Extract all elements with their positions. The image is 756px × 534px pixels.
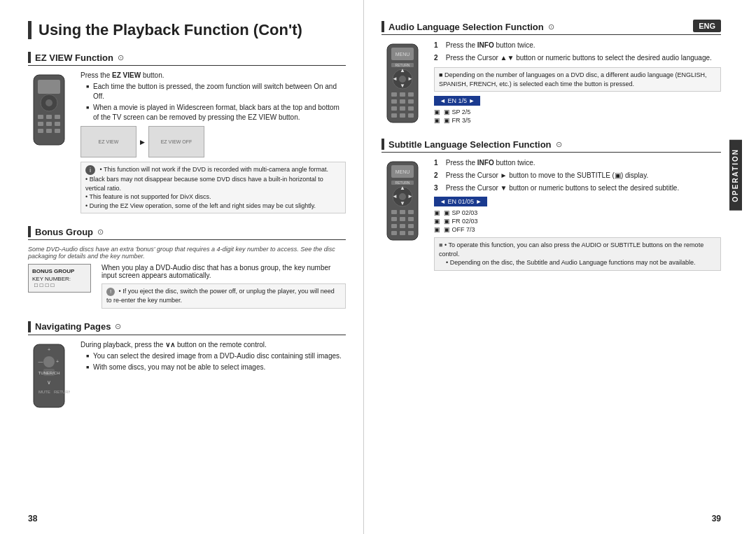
audio-lang-icon2: ▣ [434,117,440,124]
right-page: ENG Audio Language Selection Function ⊙ … [364,0,742,534]
svg-text:►: ► [407,193,413,199]
svg-rect-12 [55,129,60,133]
sub-lang-text2: ▣ FR 02/03 [444,218,478,225]
svg-rect-57 [391,210,397,214]
svg-text:+: + [48,347,50,352]
svg-text:►: ► [407,76,413,82]
svg-rect-39 [408,99,414,104]
audio-header: Audio Language Selection Function ⊙ [382,21,721,35]
svg-text:RETURN: RETURN [54,390,70,394]
nav-step1: During playback, press the ∨∧ button on … [80,341,346,349]
svg-rect-7 [38,122,43,126]
bonus-text-area: When you play a DVD-Audio disc that has … [102,264,346,308]
header-bar [28,52,31,63]
subtitle-steps: 1 Press the INFO button twice. 2 Press t… [434,158,721,193]
header-bar-2 [28,226,31,237]
svg-rect-1 [38,80,60,94]
svg-text:▲: ▲ [400,185,405,191]
ez-view-img-2: EZ VIEW OFF [148,126,204,157]
nav-bullet-2: With some discs, you may not be able to … [86,363,346,372]
ez-view-content: Press the EZ VIEW button. Each time the … [28,71,346,213]
nav-icon: ⊙ [115,322,121,331]
svg-rect-5 [46,115,52,119]
bonus-input-boxes: □□□□ [34,282,56,288]
subtitle-steps-area: 1 Press the INFO button twice. 2 Press t… [434,158,721,271]
arrow-icon: ▶ [140,126,145,157]
svg-rect-58 [400,210,405,214]
svg-text:∨: ∨ [47,379,51,386]
navigating-title: Navigating Pages [35,321,111,332]
bonus-warning-text: • If you eject the disc, switch the powe… [106,288,335,304]
bonus-warning: ! • If you eject the disc, switch the po… [102,283,346,308]
audio-step-2: 2 Press the Cursor ▲▼ button or numeric … [434,53,721,63]
svg-text:MENU: MENU [396,169,410,174]
svg-rect-34 [391,92,397,97]
bonus-group-box: BONUS GROUP KEY NUMBER: □□□□ [28,264,91,293]
left-page: Using the Playback Function (Con't) EZ V… [0,0,364,534]
svg-rect-68 [408,231,414,235]
ez-view-icon: ⊙ [118,53,124,62]
svg-point-56 [399,193,406,200]
subtitle-language-section: Subtitle Language Selection Function ⊙ M… [382,139,721,271]
nav-bullets: You can select the desired image from a … [80,351,346,372]
svg-text:▼: ▼ [400,83,405,89]
ez-view-bullets: Each time the button is pressed, the zoo… [80,82,346,122]
note-icon: i [85,165,95,175]
ez-view-bullet-1: Each time the button is pressed, the zoo… [86,82,346,101]
svg-rect-64 [400,224,405,228]
header-bar-4 [382,21,384,32]
remote-svg [28,71,70,148]
svg-text:MUTE: MUTE [38,390,50,394]
subtitle-step-1: 1 Press the INFO button twice. [434,158,721,168]
ez-view-img-1: EZ VIEW [80,126,136,157]
svg-rect-65 [408,224,414,228]
ez-view-note-text: • This function will not work if the DVD… [85,166,328,209]
subtitle-lang-display: ◄ EN 01/05 ► ▣ ▣ SP 02/03 ▣ ▣ FR 02/03 ▣… [434,197,721,233]
audio-note: ■ Depending on the number of languages o… [434,67,721,92]
svg-text:▼: ▼ [400,200,405,206]
svg-rect-45 [408,113,414,118]
audio-title: Audio Language Selection Function [388,22,544,32]
svg-text:+: + [56,359,59,364]
bonus-group-section: Bonus Group ⊙ Some DVD-Audio discs have … [28,226,346,308]
audio-remote-svg: MENU RETURN ▲ ▼ ◄ ► [382,41,424,125]
bonus-input-display: BONUS GROUP KEY NUMBER: □□□□ [28,264,94,308]
svg-rect-42 [408,106,414,111]
svg-text:◄: ◄ [392,76,398,82]
subtitle-step-3: 3 Press the Cursor ▼ button or numeric b… [434,183,721,193]
bonus-group-title: Bonus Group [35,227,93,237]
svg-rect-8 [46,122,52,126]
audio-step-1: 1 Press the INFO button twice. [434,41,721,50]
svg-text:—: — [38,359,43,364]
ez-view-section: EZ VIEW Function ⊙ [28,52,346,213]
sub-note-icon: ■ [439,241,442,248]
audio-lang-row1: ▣ ▣ SP 2/5 [434,108,721,115]
sub-note-line2: • Depending on the disc, the Subtitle an… [446,259,695,266]
svg-rect-66 [391,231,397,235]
audio-steps-area: 1 Press the INFO button twice. 2 Press t… [434,41,721,126]
navigating-content: + — + TUNER/CH ∨ MUTE RETURN During play… [28,341,346,412]
svg-rect-4 [38,115,43,119]
svg-rect-63 [391,224,397,228]
ez-view-note: i • This function will not work if the D… [80,162,346,213]
subtitle-lang-highlighted: ◄ EN 01/05 ► [434,197,487,206]
svg-point-14 [43,356,55,367]
title-text: Using the Playback Function (Con't) [38,21,302,38]
bonus-group-content: BONUS GROUP KEY NUMBER: □□□□ When you pl… [28,264,346,308]
sub-lang-text3: ▣ OFF 7/3 [444,226,475,233]
svg-rect-6 [55,115,60,119]
svg-rect-10 [38,129,43,133]
ez-view-images: EZ VIEW ▶ EZ VIEW OFF [80,126,346,157]
warning-icon: ! [106,288,115,296]
sub-icon2: ▣ [434,218,440,225]
svg-rect-60 [391,217,397,221]
audio-lang-row2: ▣ ▣ FR 3/5 [434,117,721,124]
sub-icon1: ▣ [434,209,440,216]
svg-rect-9 [55,122,60,126]
ez-view-bullet-2: When a movie is played in Widescreen for… [86,103,346,122]
audio-remote: MENU RETURN ▲ ▼ ◄ ► [382,41,427,126]
operation-tab: OPERATION [729,140,742,211]
subtitle-remote: MENU RETURN ▲ ▼ ◄ ► [382,158,427,271]
svg-text:▲: ▲ [400,67,405,73]
svg-point-33 [399,76,406,83]
